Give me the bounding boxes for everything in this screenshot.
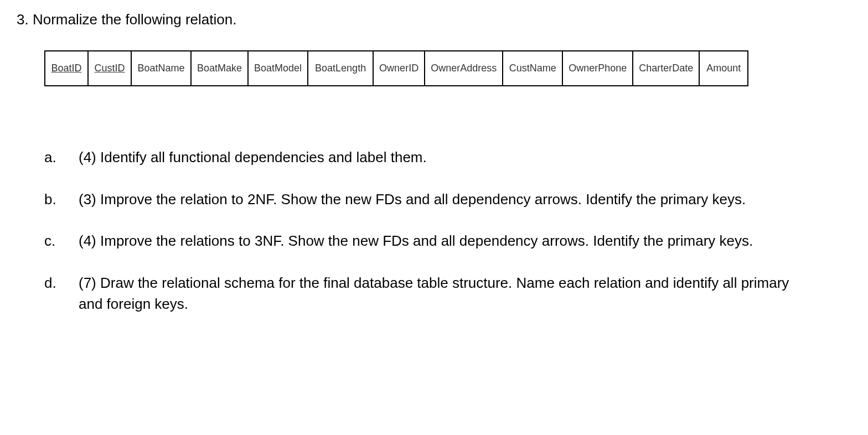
sub-question-text: (4) Identify all functional dependencies… — [79, 147, 851, 168]
question-number: 3. — [17, 11, 29, 28]
relation-column: BoatModel — [247, 50, 308, 86]
sub-question-text: (4) Improve the relations to 3NF. Show t… — [79, 231, 851, 252]
sub-question-text: (3) Improve the relation to 2NF. Show th… — [79, 189, 851, 210]
relation-column: BoatID — [44, 50, 89, 86]
question-text: Normalize the following relation. — [33, 11, 237, 28]
relation-column: BoatMake — [190, 50, 249, 86]
sub-question-letter: d. — [44, 273, 79, 314]
sub-question-letter: c. — [44, 231, 79, 252]
sub-questions-list: a.(4) Identify all functional dependenci… — [44, 147, 851, 314]
relation-column: BoatName — [131, 50, 192, 86]
relation-column: CustName — [502, 50, 563, 86]
relation-column: CustID — [87, 50, 132, 86]
sub-question: b.(3) Improve the relation to 2NF. Show … — [44, 189, 851, 210]
relation-column: OwnerPhone — [562, 50, 633, 86]
sub-question: a.(4) Identify all functional dependenci… — [44, 147, 851, 168]
sub-question-letter: a. — [44, 147, 79, 168]
relation-column: OwnerAddress — [424, 50, 503, 86]
relation-column: BoatLength — [307, 50, 374, 86]
sub-question: d.(7) Draw the relational schema for the… — [44, 273, 851, 314]
question-title: 3. Normalize the following relation. — [17, 11, 851, 28]
sub-question: c.(4) Improve the relations to 3NF. Show… — [44, 231, 851, 252]
relation-column: Amount — [699, 50, 748, 86]
sub-question-text: (7) Draw the relational schema for the f… — [79, 273, 851, 314]
relation-column: CharterDate — [632, 50, 700, 86]
relation-column: OwnerID — [373, 50, 425, 86]
relation-table: BoatIDCustIDBoatNameBoatMakeBoatModelBoa… — [44, 50, 851, 86]
sub-question-letter: b. — [44, 189, 79, 210]
